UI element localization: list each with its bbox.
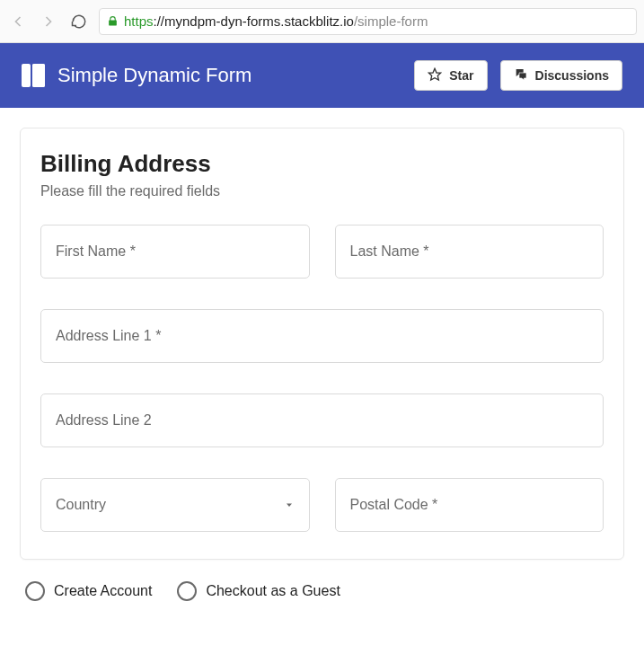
account-type-radios: Create Account Checkout as a Guest bbox=[20, 560, 624, 601]
postal-label: Postal Code * bbox=[350, 497, 438, 513]
guest-checkout-radio[interactable]: Checkout as a Guest bbox=[177, 581, 340, 601]
first-name-field[interactable]: First Name * bbox=[40, 225, 310, 279]
star-label: Star bbox=[449, 68, 473, 83]
nav-forward-icon[interactable] bbox=[38, 11, 59, 32]
address1-field[interactable]: Address Line 1 * bbox=[40, 309, 604, 363]
discussions-button[interactable]: Discussions bbox=[500, 60, 622, 91]
reload-icon[interactable] bbox=[68, 11, 90, 32]
svg-marker-1 bbox=[287, 504, 292, 508]
discussions-label: Discussions bbox=[535, 68, 609, 83]
url-host: ://myndpm-dyn-forms.stackblitz.io bbox=[154, 13, 354, 29]
last-name-field[interactable]: Last Name * bbox=[335, 225, 604, 279]
nav-back-icon[interactable] bbox=[7, 11, 29, 32]
radio-icon bbox=[25, 581, 45, 601]
url-scheme: https bbox=[124, 13, 154, 29]
guest-checkout-label: Checkout as a Guest bbox=[206, 583, 340, 599]
country-select[interactable]: Country bbox=[40, 478, 310, 532]
country-label: Country bbox=[56, 497, 106, 513]
create-account-label: Create Account bbox=[54, 583, 152, 599]
content-area: Billing Address Please fill the required… bbox=[0, 108, 644, 621]
billing-card: Billing Address Please fill the required… bbox=[20, 128, 624, 560]
chevron-down-icon bbox=[284, 500, 295, 510]
url-path: /simple-form bbox=[354, 13, 428, 29]
create-account-radio[interactable]: Create Account bbox=[25, 581, 152, 601]
star-icon bbox=[428, 67, 442, 84]
url-text: https://myndpm-dyn-forms.stackblitz.io/s… bbox=[124, 13, 428, 29]
chat-icon bbox=[514, 67, 528, 84]
app-logo-icon bbox=[22, 64, 45, 87]
app-title: Simple Dynamic Form bbox=[57, 64, 401, 87]
card-subtitle: Please fill the required fields bbox=[40, 183, 604, 199]
address1-label: Address Line 1 * bbox=[56, 328, 161, 344]
postal-code-field[interactable]: Postal Code * bbox=[335, 478, 604, 532]
star-button[interactable]: Star bbox=[414, 60, 487, 91]
app-header: Simple Dynamic Form Star Discussions bbox=[0, 43, 644, 108]
card-title: Billing Address bbox=[40, 150, 604, 178]
lock-icon bbox=[107, 15, 119, 27]
radio-icon bbox=[177, 581, 197, 601]
last-name-label: Last Name * bbox=[350, 243, 429, 260]
svg-marker-0 bbox=[429, 68, 441, 80]
url-bar[interactable]: https://myndpm-dyn-forms.stackblitz.io/s… bbox=[99, 8, 637, 35]
address2-field[interactable]: Address Line 2 bbox=[40, 393, 604, 447]
address2-label: Address Line 2 bbox=[56, 412, 152, 429]
first-name-label: First Name * bbox=[56, 243, 136, 260]
browser-toolbar: https://myndpm-dyn-forms.stackblitz.io/s… bbox=[0, 0, 644, 43]
